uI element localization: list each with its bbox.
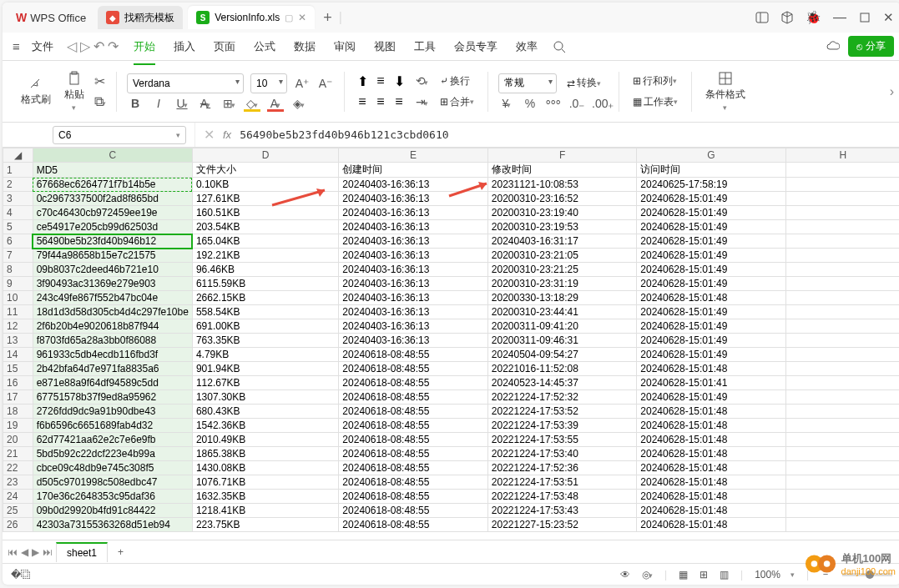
cell[interactable]: 0c2967337500f2ad8f865bd [33, 192, 192, 206]
cell[interactable]: 20231121-10:08:53 [487, 178, 636, 192]
cell[interactable] [785, 405, 899, 419]
cell[interactable]: 20240628-15:01:49 [637, 334, 785, 348]
cell[interactable]: 20200310-23:19:53 [487, 220, 636, 234]
wrap-text-button[interactable]: ⤶换行 [437, 73, 473, 90]
sheet-grid[interactable]: ◢CDEFGH1MD5文件大小创建时间修改时间访问时间267668ec62647… [3, 148, 899, 540]
cell[interactable]: 20221224-17:53:43 [487, 504, 636, 518]
increase-decimal-button[interactable]: .00₊ [592, 97, 609, 110]
col-header-D[interactable]: D [192, 148, 338, 163]
cell[interactable]: 20240628-15:01:48 [637, 433, 785, 447]
cell[interactable]: 6115.59KB [192, 277, 338, 291]
col-header-G[interactable]: G [637, 148, 785, 163]
cell[interactable]: 961933c5db4ecdb116fbd3f [33, 348, 192, 362]
cell[interactable] [785, 277, 899, 291]
cell[interactable] [785, 447, 899, 461]
cell[interactable] [785, 490, 899, 504]
cell[interactable]: 1542.36KB [192, 419, 338, 433]
menu-tab-view[interactable]: 视图 [366, 36, 404, 58]
row-header[interactable]: 7 [3, 249, 33, 263]
cell[interactable]: 20240628-15:01:49 [637, 206, 785, 220]
orientation-button[interactable]: ⟲▾ [413, 74, 430, 88]
cell[interactable] [785, 263, 899, 277]
view-pagebreak-icon[interactable]: ⊞ [700, 569, 708, 580]
menu-tab-start[interactable]: 开始 [125, 36, 164, 58]
cell[interactable]: 20240628-15:01:48 [637, 461, 785, 475]
cell[interactable]: 20240403-16:31:17 [487, 234, 636, 249]
back-icon[interactable]: ◁ [67, 38, 77, 54]
row-header[interactable]: 26 [3, 518, 33, 532]
cell[interactable]: 20240628-15:01:48 [637, 291, 785, 305]
cell[interactable]: 20240618-08:48:55 [339, 376, 487, 390]
cell[interactable]: 20240628-15:01:48 [637, 504, 785, 518]
cell[interactable]: 20240403-16:36:13 [339, 192, 487, 206]
cell[interactable]: 1632.35KB [192, 490, 338, 504]
cell[interactable]: f8703fd65a28a3bb0f86088 [33, 334, 192, 348]
cell[interactable]: 20240618-08:48:55 [339, 419, 487, 433]
undo-icon[interactable]: ↶ [93, 38, 104, 54]
cell[interactable]: 96.46KB [192, 263, 338, 277]
cell[interactable]: 20200311-09:41:20 [487, 319, 636, 334]
cell[interactable]: 20240628-15:01:48 [637, 447, 785, 461]
cell[interactable]: 20221224-17:53:55 [487, 433, 636, 447]
cell[interactable]: 18d1d3d58d305cb4d4c297fe10be [33, 305, 192, 319]
cell[interactable] [785, 419, 899, 433]
row-header[interactable]: 12 [3, 319, 33, 334]
cell[interactable]: 20240618-08:48:55 [339, 362, 487, 376]
menu-tab-formula[interactable]: 公式 [245, 36, 284, 58]
cut-icon[interactable]: ✂ [94, 73, 106, 89]
decrease-font-icon[interactable]: A⁻ [317, 77, 334, 90]
row-header[interactable]: 14 [3, 348, 33, 362]
font-name-select[interactable] [127, 73, 244, 93]
strike-button[interactable]: A▾ [197, 97, 214, 110]
maximize-button[interactable] [858, 11, 871, 24]
font-size-select[interactable] [250, 73, 287, 93]
cell[interactable]: 09b8037c2deed46b721e10 [33, 263, 192, 277]
row-header[interactable]: 17 [3, 390, 33, 405]
cell[interactable]: 20240628-15:01:49 [637, 305, 785, 319]
header-cell[interactable]: 访问时间 [637, 163, 785, 178]
cell[interactable]: 20240523-14:45:37 [487, 376, 636, 390]
align-left-icon[interactable]: ≡ [355, 94, 370, 109]
worksheet-button[interactable]: ▦ 工作表▾ [629, 93, 681, 111]
cell[interactable]: 20240628-15:01:49 [637, 348, 785, 362]
cell[interactable]: 165.04KB [192, 234, 338, 249]
cell[interactable]: 20240628-15:01:49 [637, 263, 785, 277]
cell[interactable]: 20240628-15:01:49 [637, 249, 785, 263]
cell[interactable] [785, 504, 899, 518]
file-menu[interactable]: 文件 [25, 36, 60, 58]
cell[interactable] [785, 319, 899, 334]
view-normal-icon[interactable]: ▦ [679, 569, 688, 580]
cell[interactable]: 691.00KB [192, 319, 338, 334]
menu-tab-insert[interactable]: 插入 [165, 36, 204, 58]
cell[interactable]: 20221224-17:53:51 [487, 475, 636, 490]
col-header-C[interactable]: C [33, 148, 192, 163]
cell[interactable]: 20240618-08:48:55 [339, 461, 487, 475]
cell[interactable]: 20200310-23:21:05 [487, 249, 636, 263]
cell[interactable]: 56490be5b23fd40b946b12 [33, 234, 192, 249]
hamburger-icon[interactable]: ≡ [9, 38, 23, 55]
cell[interactable] [785, 518, 899, 532]
cell[interactable]: 20221016-11:52:08 [487, 362, 636, 376]
cell[interactable]: ce54917e205cb99d62503d [33, 220, 192, 234]
cell[interactable]: 127.61KB [192, 192, 338, 206]
percent-button[interactable]: % [522, 97, 538, 110]
header-cell[interactable]: 文件大小 [192, 163, 338, 178]
tab-menu-icon[interactable]: ▢ [285, 13, 293, 23]
cell[interactable]: 20221224-17:52:36 [487, 461, 636, 475]
minimize-button[interactable]: — [833, 10, 846, 25]
cell[interactable]: 20221224-17:52:32 [487, 390, 636, 405]
row-header[interactable]: 13 [3, 334, 33, 348]
row-header[interactable]: 15 [3, 362, 33, 376]
menu-tab-data[interactable]: 数据 [285, 36, 324, 58]
row-header[interactable]: 23 [3, 475, 33, 490]
cell[interactable]: 20240618-08:48:55 [339, 518, 487, 532]
align-top-icon[interactable]: ⬆ [355, 73, 370, 89]
cell[interactable]: 680.43KB [192, 405, 338, 419]
row-header[interactable]: 3 [3, 192, 33, 206]
cell[interactable]: 20240618-08:48:55 [339, 433, 487, 447]
zoom-level[interactable]: 100% [755, 569, 780, 580]
cell[interactable]: 20240403-16:36:13 [339, 319, 487, 334]
align-middle-icon[interactable]: ≡ [373, 73, 388, 89]
select-all-corner[interactable]: ◢ [3, 148, 33, 163]
close-button[interactable]: ✕ [883, 10, 894, 25]
